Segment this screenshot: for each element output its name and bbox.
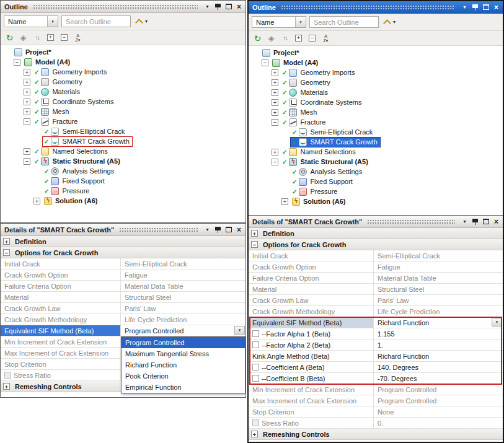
collapse-icon[interactable]: ▾ [460, 3, 469, 11]
expand-icon[interactable]: + [272, 99, 278, 106]
chevron-down-icon[interactable]: ▾ [393, 19, 396, 25]
collapse-icon[interactable]: ▾ [203, 2, 212, 11]
tree-item-fracture[interactable]: −✓Fracture [2, 116, 245, 126]
collapse-icon[interactable]: − [251, 241, 258, 248]
expand-all-icon[interactable] [45, 32, 56, 43]
tree-item-project[interactable]: Project* [2, 47, 245, 57]
checkbox[interactable] [252, 375, 259, 382]
details-titlebar[interactable]: Details of "SMART Crack Growth" ▾× [1, 224, 245, 236]
category-definition[interactable]: +Definition [249, 228, 503, 239]
tree-item-pressure[interactable]: ✓Pressure [250, 186, 503, 196]
tree-item-named-selections[interactable]: +✓Named Selections [2, 146, 245, 156]
property-label[interactable]: Equivalent SIF Method (Beta) [249, 317, 374, 328]
expand-icon[interactable]: + [3, 238, 10, 245]
property-label[interactable]: Crack Growth Methodology [1, 314, 121, 325]
expand-icon[interactable]: + [24, 69, 30, 76]
tree-item-materials[interactable]: +✓Materials [2, 87, 245, 97]
property-label[interactable]: Kink Angle Method (Beta) [249, 351, 374, 361]
chevron-down-icon[interactable]: ▾ [47, 16, 58, 27]
chevron-down-icon[interactable]: ▾ [295, 17, 306, 27]
sort-az-icon[interactable] [72, 32, 84, 43]
refresh-icon[interactable]: ↻ [252, 33, 263, 44]
tree-item-mesh[interactable]: +✓Mesh [250, 107, 503, 117]
chevron-down-icon[interactable]: ▾ [145, 19, 148, 24]
tree-item-pressure[interactable]: ✓Pressure [2, 186, 245, 196]
collapse-all-icon[interactable] [306, 33, 318, 44]
tree-item-static-structural-a5[interactable]: −✓Static Structural (A5) [2, 156, 245, 166]
search-outline-input[interactable] [309, 16, 379, 28]
expand-icon[interactable]: + [251, 230, 258, 237]
expand-icon[interactable]: + [272, 79, 278, 86]
dropdown-option-pook-criterion[interactable]: Pook Criterion [122, 371, 245, 382]
collapse-icon[interactable]: − [14, 59, 20, 66]
close-icon[interactable]: × [234, 226, 244, 234]
tree-item-fixed-support[interactable]: ✓Fixed Support [250, 177, 503, 186]
tree-item-analysis-settings[interactable]: ✓Analysis Settings [250, 167, 503, 177]
property-label[interactable]: Material [249, 284, 374, 294]
expand-icon[interactable]: + [24, 99, 30, 105]
tree-item-project[interactable]: Project* [250, 48, 503, 58]
expand-icon[interactable]: + [272, 149, 278, 156]
outline-titlebar[interactable]: Outline ▾× [249, 1, 503, 14]
pin-icon[interactable] [213, 226, 223, 234]
property-label[interactable]: Max Increment of Crack Extension [249, 395, 374, 406]
property-value[interactable]: Program Controlled▾ [121, 325, 245, 336]
dropdown-option-empirical-function[interactable]: Empirical Function [122, 382, 245, 393]
tree-item-static-structural-a5[interactable]: −✓Static Structural (A5) [250, 157, 503, 167]
close-icon[interactable]: × [234, 2, 244, 11]
property-label[interactable]: Max Increment of Crack Extension [1, 348, 121, 358]
collapse-icon[interactable]: − [272, 119, 278, 126]
tree-item-coordinate-systems[interactable]: +✓Coordinate Systems [250, 97, 503, 107]
tree-item-named-selections[interactable]: +✓Named Selections [250, 147, 503, 157]
tree-item-geometry[interactable]: +✓Geometry [2, 77, 245, 87]
tree-item-solution-a6[interactable]: +Solution (A6) [250, 196, 503, 206]
expand-icon[interactable]: + [251, 431, 258, 437]
maximize-icon[interactable] [481, 3, 490, 11]
collapse-icon[interactable]: ▾ [460, 217, 469, 226]
maximize-icon[interactable] [224, 226, 233, 234]
tree-item-mesh[interactable]: +✓Mesh [2, 107, 245, 116]
expand-icon[interactable]: + [24, 89, 30, 95]
maximize-icon[interactable] [224, 2, 233, 11]
collapse-all-icon[interactable] [58, 32, 70, 43]
property-label[interactable]: Equivalent SIF Method (Beta) [1, 325, 121, 336]
tree-item-analysis-settings[interactable]: ✓Analysis Settings [2, 166, 245, 176]
expand-icon[interactable]: + [33, 198, 40, 204]
checkbox[interactable] [252, 364, 259, 371]
expand-collapse-icon[interactable]: ↑↓ [279, 33, 291, 44]
expand-icon[interactable]: + [272, 69, 278, 76]
category-options-for-crack-growth[interactable]: −Options for Crack Growth [1, 247, 245, 258]
dropdown-arrow-icon[interactable]: ▾ [234, 326, 245, 335]
property-label[interactable]: Min Increment of Crack Extension [1, 336, 121, 347]
name-filter-dropdown[interactable]: Name ▾ [252, 16, 306, 28]
property-label[interactable]: --Factor Alpha 1 (Beta) [249, 328, 374, 339]
property-label[interactable]: Crack Growth Law [1, 303, 121, 314]
expand-icon[interactable]: + [24, 79, 30, 86]
expand-icon[interactable]: + [24, 108, 30, 115]
property-label[interactable]: Crack Growth Law [249, 295, 374, 305]
property-label[interactable]: Crack Growth Option [249, 261, 374, 272]
property-label[interactable]: Crack Growth Methodology [249, 306, 374, 317]
property-label[interactable]: Initial Crack [249, 250, 374, 261]
property-label[interactable]: Stress Ratio [249, 418, 374, 428]
tree-item-solution-a6[interactable]: +Solution (A6) [2, 196, 245, 206]
expand-all-icon[interactable] [293, 33, 304, 44]
property-label[interactable]: --Coefficient B (Beta) [249, 373, 374, 384]
expand-search-options-icon[interactable] [135, 19, 143, 27]
tree-item-coordinate-systems[interactable]: +✓Coordinate Systems [2, 97, 245, 107]
collapse-icon[interactable]: − [262, 59, 268, 66]
name-filter-dropdown[interactable]: Name ▾ [4, 15, 58, 27]
tree-item-model-a4[interactable]: −Model (A4) [250, 58, 503, 68]
dropdown-arrow-icon[interactable]: ▾ [492, 318, 502, 327]
tree-item-model-a4[interactable]: −Model (A4) [2, 57, 245, 67]
dropdown-option-maximum-tangential-stress[interactable]: Maximum Tangential Stress [122, 348, 245, 359]
property-label[interactable]: --Coefficient A (Beta) [249, 362, 374, 372]
outline-titlebar[interactable]: Outline ▾× [1, 1, 245, 13]
tree-item-geometry[interactable]: +✓Geometry [250, 77, 503, 87]
tree-item-fixed-support[interactable]: ✓Fixed Support [2, 176, 245, 186]
property-label[interactable]: --Factor Alpha 2 (Beta) [249, 340, 374, 350]
property-label[interactable]: Stress Ratio [1, 370, 121, 380]
filter-icon[interactable]: ◈ [17, 32, 29, 43]
property-label[interactable]: Stop Criterion [1, 359, 121, 369]
collapse-icon[interactable]: − [24, 118, 30, 125]
